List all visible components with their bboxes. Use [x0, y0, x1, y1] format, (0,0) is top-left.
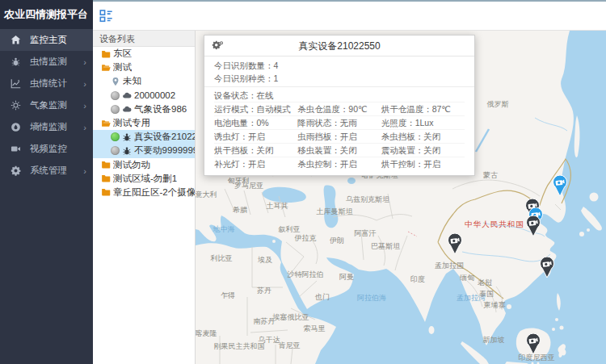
map-marker-pin[interactable] [525, 215, 541, 237]
chevron-right-icon: › [83, 79, 86, 89]
today-recognized-count: 今日识别数量：4 [214, 59, 465, 72]
popup-grid-row: 运行模式：自动模式杀虫仓温度：90℃烘干仓温度：87℃ [214, 102, 465, 115]
popup-field: 杀虫仓温度：90℃ [297, 103, 381, 115]
sidebar-item-label: 墒情监测 [30, 121, 80, 133]
insect-device-icon [122, 146, 132, 156]
device-tree-row[interactable]: 测试勿动 [93, 158, 195, 172]
content: 设备列表 东区 测试 未知 20000002 气象设备986 测试专用 真实设备… [93, 31, 606, 364]
device-tree-row[interactable]: 气象设备986 [93, 103, 195, 116]
sidebar-item[interactable]: 虫情统计 › [0, 73, 93, 94]
sidebar-item[interactable]: 墒情监测 › [0, 116, 93, 138]
device-tree: 东区 测试 未知 20000002 气象设备986 测试专用 真实设备21022… [93, 47, 195, 199]
device-label: 气象设备986 [134, 103, 187, 115]
chevron-right-icon: › [83, 123, 86, 132]
popup-title: 真实设备21022550 [298, 40, 380, 52]
device-label: 真实设备21022550 [134, 131, 195, 143]
device-tree-row[interactable]: 测试专用 [93, 116, 195, 130]
soil-icon [11, 122, 21, 132]
popup-grid-row: 烘干挡板：关闭移虫装置：关闭震动装置：关闭 [214, 143, 465, 157]
main-area: 设备列表 东区 测试 未知 20000002 气象设备986 测试专用 真实设备… [93, 0, 606, 364]
sidebar-item-label: 虫情统计 [30, 77, 80, 90]
device-label: 未知 [123, 75, 141, 87]
sidebar-item[interactable]: 虫情监测 › [0, 51, 93, 73]
popup-field: 震动装置：关闭 [381, 144, 465, 157]
device-label: 20000002 [134, 90, 175, 100]
popup-field: 降雨状态：无雨 [297, 116, 381, 129]
device-tree-row[interactable]: 不要动99999999 [93, 144, 195, 157]
sidebar-item-label: 视频监控 [30, 143, 80, 155]
popup-grid-row: 补光灯：开启杀虫控制：开启烘干控制：开启 [214, 157, 465, 170]
today-recognized-species: 今日识别种类：1 [214, 72, 465, 85]
device-tree-row[interactable]: 章丘阳丘区-2个摄像头 [93, 186, 195, 199]
sidebar-item-label: 气象监测 [30, 99, 80, 111]
weather-icon [11, 100, 21, 111]
map-marker-pin[interactable] [447, 233, 463, 255]
folder-icon [101, 49, 111, 59]
map-marker-pin[interactable] [552, 175, 568, 197]
map-marker-pin[interactable] [525, 333, 541, 355]
device-label: 测试勿动 [113, 159, 150, 171]
popup-grid-row: 诱虫灯：开启虫雨挡板：开启杀虫挡板：关闭 [214, 129, 465, 143]
popup-field: 烘干挡板：关闭 [214, 144, 297, 157]
sidebar-menu: 监控主页 › 虫情监测 › 虫情统计 › 气象监测 › 墒情监测 › 视频监控 … [0, 29, 93, 182]
popup-field: 烘干控制：开启 [381, 157, 465, 170]
video-icon [11, 144, 21, 154]
popup-field: 烘干仓温度：87℃ [381, 103, 465, 115]
app-title: 农业四情测报平台 [0, 0, 93, 29]
popup-field: 光照度：1Lux [381, 116, 465, 129]
popup-body: 今日识别数量：4 今日识别种类：1 设备状态：在线 运行模式：自动模式杀虫仓温度… [204, 56, 474, 175]
popup-grid-row: 电池电量：0%降雨状态：无雨光照度：1Lux [214, 115, 465, 129]
gear-icon [11, 165, 21, 176]
device-tree-row[interactable]: 真实设备21022550 [93, 130, 195, 144]
weather-station-icon [122, 104, 132, 114]
sidebar-item[interactable]: 系统管理 › [0, 160, 93, 182]
popup-header: 真实设备21022550 [204, 36, 474, 56]
sidebar-item[interactable]: 气象监测 › [0, 94, 93, 116]
settings-gear-icon[interactable] [212, 40, 223, 52]
device-info-popup: 真实设备21022550 今日识别数量：4 今日识别种类：1 设备状态：在线 运… [204, 35, 475, 176]
chart-icon [11, 78, 21, 89]
sidebar: 农业四情测报平台 监控主页 › 虫情监测 › 虫情统计 › 气象监测 › 墒情监… [0, 0, 93, 364]
app-root: 农业四情测报平台 监控主页 › 虫情监测 › 虫情统计 › 气象监测 › 墒情监… [0, 0, 606, 364]
chevron-right-icon: › [83, 101, 86, 111]
folder-open-icon [101, 63, 111, 73]
device-tree-row[interactable]: 20000002 [93, 89, 195, 103]
device-tree-row[interactable]: 测试区域-勿删1 [93, 172, 195, 186]
popup-field: 补光灯：开启 [214, 157, 297, 170]
map-marker-pin[interactable] [539, 257, 555, 278]
popup-field: 诱虫灯：开启 [214, 130, 297, 143]
device-label: 测试 [113, 61, 132, 73]
map-canvas[interactable]: 俄罗斯蒙古哈萨克斯坦乌兹别克斯坦捷克乌克兰匈牙利罗马尼亚意大利希腊土耳其地中海叙… [196, 31, 606, 364]
device-tree-row[interactable]: 东区 [93, 47, 195, 61]
tree-toggle-icon[interactable] [99, 9, 113, 23]
device-label: 东区 [113, 48, 132, 60]
sidebar-item[interactable]: 视频监控 › [0, 138, 93, 160]
sidebar-item-label: 虫情监测 [30, 56, 80, 68]
popup-detail-grid: 运行模式：自动模式杀虫仓温度：90℃烘干仓温度：87℃电池电量：0%降雨状态：无… [214, 102, 465, 170]
weather-station-icon [122, 90, 132, 100]
device-label: 不要动99999999 [134, 144, 195, 157]
folder-icon [101, 174, 111, 183]
device-label: 测试区域-勿删1 [113, 173, 177, 185]
chevron-right-icon: › [83, 57, 86, 67]
home-icon [11, 35, 21, 45]
status-dot [111, 132, 120, 141]
device-label: 测试专用 [113, 117, 150, 129]
sidebar-item[interactable]: 监控主页 › [0, 29, 93, 51]
status-dot [111, 146, 120, 155]
device-tree-row[interactable]: 测试 [93, 61, 195, 74]
popup-field: 移虫装置：关闭 [297, 144, 381, 157]
device-status-line: 设备状态：在线 [214, 89, 465, 102]
status-dot [111, 105, 120, 114]
location-pin-icon [111, 77, 120, 86]
popup-field: 电池电量：0% [214, 116, 297, 129]
device-tree-row[interactable]: 未知 [93, 74, 195, 88]
folder-icon [101, 187, 111, 197]
divider [204, 86, 474, 87]
sidebar-item-label: 监控主页 [30, 34, 80, 46]
popup-field: 虫雨挡板：开启 [297, 130, 381, 143]
bug-icon [11, 56, 21, 67]
folder-icon [101, 160, 111, 169]
chevron-right-icon: › [83, 166, 86, 176]
popup-field: 杀虫挡板：关闭 [381, 130, 465, 143]
